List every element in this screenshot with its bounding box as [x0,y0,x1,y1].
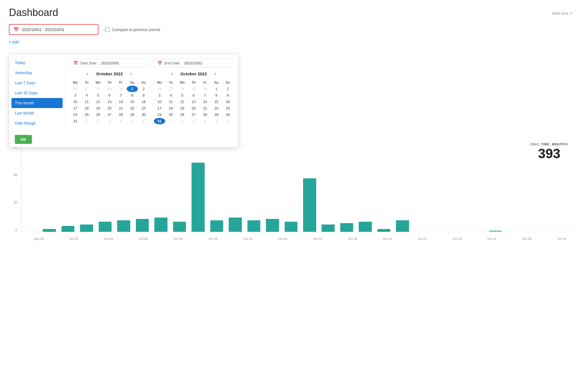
calendar-day[interactable]: 20 [104,105,115,111]
calendar-day[interactable]: 9 [138,92,149,99]
calendar-day[interactable]: 26 [176,111,188,118]
calendar-day[interactable]: 16 [138,99,149,105]
calendar-day[interactable]: 2 [92,118,104,124]
calendar-day[interactable]: 30 [138,111,149,118]
calendar-day[interactable]: 29 [127,111,138,118]
calendar-day[interactable]: 7 [199,92,211,99]
cal-prev-btn[interactable]: ‹ [85,71,91,77]
calendar-day[interactable]: 3 [154,92,165,99]
calendar-day[interactable]: 15 [211,99,222,105]
calendar-day[interactable]: 18 [165,105,177,111]
calendar-day[interactable]: 28 [199,111,211,118]
calendar-day[interactable]: 14 [115,99,127,105]
calendar-day[interactable]: 10 [154,99,165,105]
preset-item-last30days[interactable]: Last 30 Days [9,88,65,98]
calendar-day[interactable]: 5 [127,118,138,124]
calendar-day[interactable]: 3 [104,118,115,124]
calendar-day[interactable]: 17 [70,105,81,111]
preset-item-last7days[interactable]: Last 7 Days [9,78,65,88]
calendar-day[interactable]: 9 [222,92,233,99]
calendar-day[interactable]: 28 [176,86,188,92]
calendar-day[interactable]: 12 [176,99,188,105]
cal-next-btn[interactable]: › [212,71,218,77]
preset-item-yesterday[interactable]: Yesterday [9,68,65,78]
preset-item-lastmonth[interactable]: Last Month [9,108,65,118]
calendar-day[interactable]: 7 [115,92,127,99]
calendar-day[interactable]: 26 [70,86,81,92]
calendar-day[interactable]: 3 [70,92,81,99]
calendar-day[interactable]: 6 [188,92,199,99]
calendar-day[interactable]: 10 [70,99,81,105]
calendar-day[interactable]: 4 [115,118,127,124]
calendar-day[interactable]: 27 [104,111,115,118]
calendar-day[interactable]: 29 [188,86,199,92]
calendar-day[interactable]: 6 [138,118,149,124]
compare-checkbox[interactable] [105,27,110,32]
calendar-day[interactable]: 28 [115,111,127,118]
calendar-day[interactable]: 27 [165,86,177,92]
calendar-day[interactable]: 1 [211,86,222,92]
calendar-day[interactable]: 6 [104,92,115,99]
calendar-day[interactable]: 2 [222,86,233,92]
calendar-day[interactable]: 24 [70,111,81,118]
calendar-day[interactable]: 27 [188,111,199,118]
calendar-day[interactable]: 2 [138,86,149,92]
cal-next-btn[interactable]: › [128,71,134,77]
calendar-day[interactable]: 25 [81,111,93,118]
ok-button[interactable]: OK [15,135,32,144]
calendar-day[interactable]: 18 [81,105,93,111]
calendar-day[interactable]: 25 [165,111,177,118]
preset-item-thismonth[interactable]: This Month [11,98,63,108]
calendar-day[interactable]: 15 [127,99,138,105]
calendar-day[interactable]: 21 [199,105,211,111]
calendar-day[interactable]: 16 [222,99,233,105]
wide-view-button[interactable]: Wide view ↗ [552,11,572,15]
calendar-day[interactable]: 28 [92,86,104,92]
calendar-day[interactable]: 19 [92,105,104,111]
calendar-day[interactable]: 12 [92,99,104,105]
calendar-day[interactable]: 6 [222,118,233,124]
calendar-day[interactable]: 27 [81,86,93,92]
end-date-field[interactable]: 📅 End Date 2022/10/31 [154,59,233,67]
calendar-day[interactable]: 30 [199,86,211,92]
calendar-day[interactable]: 17 [154,105,165,111]
calendar-day[interactable]: 11 [81,99,93,105]
cal-prev-btn[interactable]: ‹ [169,71,175,77]
calendar-day[interactable]: 23 [222,105,233,111]
calendar-day[interactable]: 5 [211,118,222,124]
start-date-field[interactable]: 📅 Start Date 2022/10/01 [70,59,149,67]
preset-item-daterange[interactable]: Date Range [9,118,65,128]
calendar-day[interactable]: 23 [138,105,149,111]
calendar-day[interactable]: 22 [127,105,138,111]
add-button[interactable]: + Add [9,40,19,44]
calendar-day[interactable]: 4 [165,92,177,99]
calendar-day[interactable]: 14 [199,99,211,105]
calendar-day[interactable]: 29 [211,111,222,118]
calendar-day[interactable]: 5 [176,92,188,99]
calendar-day[interactable]: 8 [127,92,138,99]
calendar-day[interactable]: 21 [115,105,127,111]
calendar-day[interactable]: 1 [165,118,177,124]
calendar-day[interactable]: 30 [115,86,127,92]
calendar-day[interactable]: 22 [211,105,222,111]
calendar-day[interactable]: 31 [70,118,81,124]
calendar-day[interactable]: 26 [154,86,165,92]
calendar-day[interactable]: 3 [188,118,199,124]
calendar-day[interactable]: 11 [165,99,177,105]
calendar-day[interactable]: 29 [104,86,115,92]
calendar-day[interactable]: 30 [222,111,233,118]
calendar-day[interactable]: 1 [127,86,138,92]
calendar-day[interactable]: 1 [81,118,93,124]
calendar-day[interactable]: 24 [154,111,165,118]
calendar-day[interactable]: 2 [176,118,188,124]
preset-item-today[interactable]: Today [9,58,65,68]
calendar-day[interactable]: 19 [176,105,188,111]
date-range-picker[interactable]: 📅 2022/10/01 - 2022/10/31 [9,24,98,35]
calendar-day[interactable]: 5 [92,92,104,99]
calendar-day[interactable]: 4 [199,118,211,124]
calendar-day[interactable]: 13 [104,99,115,105]
calendar-day[interactable]: 31 [154,118,165,124]
calendar-day[interactable]: 4 [81,92,93,99]
calendar-day[interactable]: 8 [211,92,222,99]
calendar-day[interactable]: 13 [188,99,199,105]
